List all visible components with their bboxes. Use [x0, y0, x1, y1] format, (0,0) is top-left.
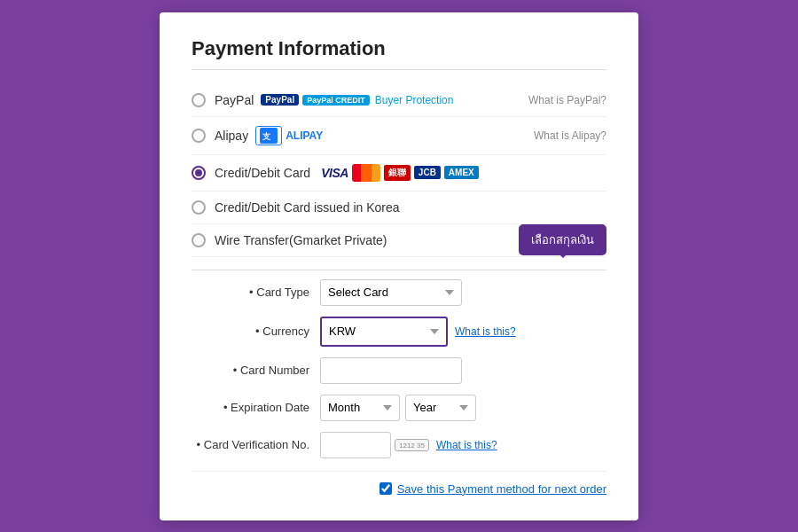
card-number-label: Card Number	[192, 364, 320, 377]
credit-debit-korea-radio[interactable]	[192, 200, 206, 215]
payment-form: Payment Information PayPal PayPal PayPal…	[160, 12, 638, 520]
cvv-icon: 1212 35	[395, 439, 429, 451]
currency-row: Currency KRW USD EUR JPY What is this?	[192, 317, 606, 347]
wire-transfer-label: Wire Transfer(Gmarket Private)	[215, 233, 387, 247]
currency-label: Currency	[192, 325, 320, 338]
alipay-label: Alipay	[215, 129, 248, 143]
credit-debit-korea-option[interactable]: Credit/Debit Card issued in Korea	[192, 192, 606, 224]
wire-transfer-option[interactable]: Wire Transfer(Gmarket Private) เลือกสกุล…	[192, 224, 606, 257]
expiration-label: Expiration Date	[192, 401, 320, 414]
paypal-label: PayPal	[215, 93, 254, 107]
credit-debit-label: Credit/Debit Card	[215, 166, 310, 180]
year-select[interactable]: Year 202420252026 202720282029 2030	[405, 395, 476, 421]
credit-debit-radio[interactable]	[192, 166, 206, 180]
paypal-what-is[interactable]: What is PayPal?	[528, 94, 606, 106]
card-number-row: Card Number	[192, 357, 606, 384]
svg-text:支: 支	[262, 132, 271, 141]
alipay-what-is[interactable]: What is Alipay?	[534, 129, 606, 142]
save-checkbox[interactable]	[379, 482, 392, 495]
alipay-option[interactable]: Alipay 支 ALIPAY What is Alipay?	[192, 117, 606, 155]
paypal-option[interactable]: PayPal PayPal PayPal CREDIT Buyer Protec…	[192, 84, 606, 117]
card-type-label: Card Type	[192, 286, 320, 299]
currency-what-is[interactable]: What is this?	[455, 325, 516, 338]
alipay-radio[interactable]	[192, 129, 206, 143]
unionpay-logo: 銀聯	[384, 165, 411, 181]
buyer-protection: Buyer Protection	[375, 94, 454, 106]
credit-debit-option[interactable]: Credit/Debit Card VISA 銀聯 JCB AMEX	[192, 155, 606, 192]
save-row: Save this Payment method for next order	[192, 471, 606, 496]
credit-debit-korea-label: Credit/Debit Card issued in Korea	[215, 200, 400, 215]
save-label: Save this Payment method for next order	[397, 482, 606, 496]
cvv-input[interactable]	[320, 432, 391, 458]
card-type-row: Card Type Select Card	[192, 279, 606, 306]
paypal-badge: PayPal	[261, 94, 299, 106]
currency-select-box: KRW USD EUR JPY	[320, 317, 448, 347]
alipay-text: ALIPAY	[286, 129, 323, 142]
card-logos: VISA 銀聯 JCB AMEX	[321, 164, 479, 182]
jcb-logo: JCB	[414, 166, 441, 179]
cvv-label: Card Verification No.	[192, 438, 320, 451]
currency-tooltip: เลือกสกุลเงิน	[519, 224, 606, 255]
currency-select[interactable]: KRW USD EUR JPY	[322, 318, 446, 345]
alipay-logo: 支	[255, 126, 282, 145]
amex-logo: AMEX	[444, 166, 479, 179]
wire-transfer-radio[interactable]	[192, 233, 206, 247]
paypal-credit-badge: PayPal CREDIT	[302, 95, 370, 106]
payment-form-fields: Card Type Select Card Currency KRW USD E…	[192, 270, 606, 458]
page-title: Payment Information	[192, 37, 606, 70]
paypal-radio[interactable]	[192, 93, 206, 107]
cvv-what-is[interactable]: What is this?	[436, 439, 497, 451]
card-type-select[interactable]: Select Card	[320, 279, 462, 306]
card-number-input[interactable]	[320, 357, 462, 384]
currency-wrapper: KRW USD EUR JPY What is this?	[320, 317, 516, 347]
expiration-selects: Month 010203 040506 070809 101112 Year 2…	[320, 395, 476, 421]
month-select[interactable]: Month 010203 040506 070809 101112	[320, 395, 400, 421]
cvv-row: Card Verification No. 1212 35 What is th…	[192, 432, 606, 458]
visa-logo: VISA	[321, 166, 348, 180]
expiration-row: Expiration Date Month 010203 040506 0708…	[192, 395, 606, 421]
mastercard-logo	[352, 164, 380, 182]
